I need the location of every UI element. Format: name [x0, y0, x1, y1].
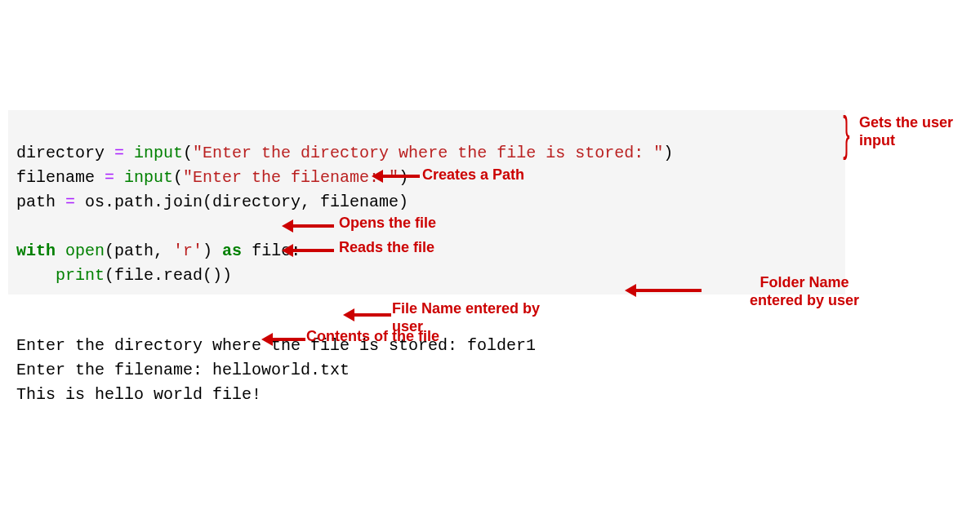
code-token: ) — [203, 241, 222, 260]
code-block: directory = input("Enter the directory w… — [8, 110, 845, 295]
code-token: 'r' — [173, 241, 203, 260]
annotation-gets-input: Gets the user input — [859, 114, 973, 149]
code-token: (file.read()) — [105, 266, 232, 285]
code-token: = — [114, 144, 134, 162]
code-token: ( — [173, 168, 183, 187]
annotation-creates-path: Creates a Path — [422, 166, 524, 184]
arrow-file-name — [343, 308, 391, 321]
code-token: filename — [16, 168, 105, 187]
code-token: os.path.join(directory, filename) — [85, 193, 408, 211]
code-token: path, — [114, 241, 173, 260]
annotation-folder-name: Folder Name entered by user — [739, 274, 870, 309]
code-token: ( — [105, 241, 114, 260]
code-token: path — [16, 193, 65, 211]
annotation-reads-file: Reads the file — [339, 239, 434, 257]
arrow-reads-file — [282, 244, 334, 257]
code-token: directory — [16, 144, 114, 162]
code-token: = — [105, 168, 124, 187]
arrow-contents — [261, 333, 305, 346]
code-token: input — [134, 144, 183, 162]
code-token: input — [124, 168, 173, 187]
output-line: This is hello world file! — [16, 385, 261, 404]
annotation-contents: Contents of the file — [306, 328, 439, 346]
code-token: = — [65, 193, 85, 211]
code-token: open — [65, 241, 105, 260]
code-token: print — [56, 266, 105, 285]
code-token: ) — [663, 144, 673, 162]
code-token: with — [16, 241, 56, 260]
code-token: "Enter the directory where the file is s… — [193, 144, 663, 162]
code-token: as — [222, 241, 242, 260]
code-token — [16, 266, 56, 285]
arrow-creates-path — [372, 170, 420, 183]
annotation-opens-file: Opens the file — [339, 215, 436, 233]
code-token — [56, 241, 65, 260]
code-token: "Enter the filename: " — [183, 168, 399, 187]
arrow-folder-name — [625, 284, 702, 297]
code-token: ( — [183, 144, 193, 162]
brace-icon: } — [843, 105, 849, 162]
arrow-opens-file — [282, 219, 334, 233]
output-line: Enter the filename: helloworld.txt — [16, 361, 350, 379]
